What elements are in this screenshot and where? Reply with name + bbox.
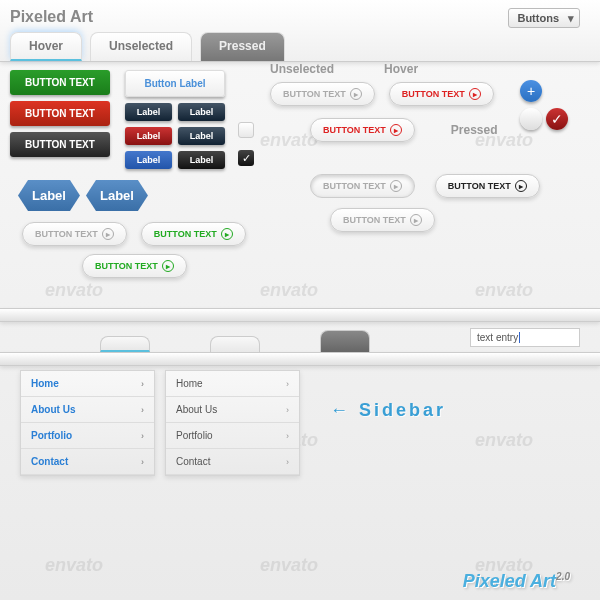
arrow-icon: ▸ — [390, 180, 402, 192]
hex-button[interactable]: Label — [18, 180, 80, 211]
sidebar-item-contact[interactable]: Contact› — [166, 449, 299, 475]
bottom-tab[interactable] — [210, 336, 260, 352]
button-red[interactable]: BUTTON TEXT — [10, 101, 110, 126]
chevron-icon: › — [286, 457, 289, 467]
arrow-icon: ▸ — [221, 228, 233, 240]
sidebar-item-portfolio[interactable]: Portfolio› — [21, 423, 154, 449]
tab-pressed[interactable]: Pressed — [200, 32, 285, 61]
divider — [0, 308, 600, 322]
circle-button-white[interactable] — [520, 108, 542, 130]
arrow-icon: ▸ — [162, 260, 174, 272]
watermark: envato — [475, 280, 533, 301]
pill-button-red[interactable]: BUTTON TEXT▸ — [310, 118, 415, 142]
column-label-pressed: Pressed — [451, 123, 498, 137]
pill-button-gray[interactable]: BUTTON TEXT▸ — [270, 82, 375, 106]
sidebar-item-home[interactable]: Home› — [166, 371, 299, 397]
pill-button-green[interactable]: BUTTON TEXT▸ — [141, 222, 246, 246]
tab-hover[interactable]: Hover — [10, 32, 82, 61]
pill-button-gray[interactable]: BUTTON TEXT▸ — [330, 208, 435, 232]
button-small-navy[interactable]: Label — [125, 103, 172, 121]
button-small-navy[interactable]: Label — [178, 127, 225, 145]
pill-button-gray[interactable]: BUTTON TEXT▸ — [22, 222, 127, 246]
sidebar-item-about[interactable]: About Us› — [21, 397, 154, 423]
button-small-blue[interactable]: Label — [125, 151, 172, 169]
arrow-icon: ▸ — [469, 88, 481, 100]
sidebar-item-portfolio[interactable]: Portfolio› — [166, 423, 299, 449]
chevron-icon: › — [286, 379, 289, 389]
circle-button-plus[interactable]: + — [520, 80, 542, 102]
pill-button-red[interactable]: BUTTON TEXT▸ — [389, 82, 494, 106]
sidebar-item-about[interactable]: About Us› — [166, 397, 299, 423]
sidebar-blue: Home› About Us› Portfolio› Contact› — [20, 370, 155, 476]
button-small-navy[interactable]: Label — [178, 103, 225, 121]
watermark: envato — [45, 555, 103, 576]
button-small-black[interactable]: Label — [178, 151, 225, 169]
pill-button-pressed[interactable]: BUTTON TEXT▸ — [310, 174, 415, 198]
column-label-unselected: Unselected — [270, 62, 334, 76]
column-label-hover: Hover — [384, 62, 418, 76]
bottom-tab-active[interactable] — [320, 330, 370, 352]
chevron-icon: › — [286, 405, 289, 415]
arrow-icon: ▸ — [102, 228, 114, 240]
circle-button-check[interactable]: ✓ — [546, 108, 568, 130]
arrow-icon: ▸ — [390, 124, 402, 136]
checkbox-checked[interactable]: ✓ — [238, 150, 254, 166]
arrow-icon: ▸ — [350, 88, 362, 100]
button-white[interactable]: Button Label — [125, 70, 225, 97]
watermark: envato — [260, 280, 318, 301]
main-content: BUTTON TEXT BUTTON TEXT BUTTON TEXT Butt… — [0, 62, 600, 82]
checkbox-unchecked[interactable] — [238, 122, 254, 138]
sidebar-item-contact[interactable]: Contact› — [21, 449, 154, 475]
page-title: Pixeled Art — [10, 8, 590, 26]
logo: Pixeled Art2.0 — [463, 571, 570, 592]
pill-button-dark[interactable]: BUTTON TEXT▸ — [435, 174, 540, 198]
chevron-icon: › — [141, 431, 144, 441]
sidebar-item-home[interactable]: Home› — [21, 371, 154, 397]
chevron-icon: › — [141, 379, 144, 389]
category-dropdown[interactable]: Buttons — [508, 8, 580, 28]
button-green[interactable]: BUTTON TEXT — [10, 70, 110, 95]
hex-button[interactable]: Label — [86, 180, 148, 211]
tab-unselected[interactable]: Unselected — [90, 32, 192, 61]
state-tabs: Hover Unselected Pressed — [10, 32, 590, 61]
bottom-tab[interactable] — [100, 336, 150, 352]
header: Pixeled Art Buttons Hover Unselected Pre… — [0, 0, 600, 62]
watermark: envato — [475, 430, 533, 451]
chevron-icon: › — [141, 405, 144, 415]
chevron-icon: › — [141, 457, 144, 467]
chevron-icon: › — [286, 431, 289, 441]
watermark: envato — [260, 555, 318, 576]
button-dark[interactable]: BUTTON TEXT — [10, 132, 110, 157]
text-input[interactable]: text entry — [470, 328, 580, 347]
sidebar-heading: ← Sidebar — [330, 400, 446, 476]
button-small-red[interactable]: Label — [125, 127, 172, 145]
arrow-icon: ▸ — [515, 180, 527, 192]
pill-button-green[interactable]: BUTTON TEXT▸ — [82, 254, 187, 278]
sidebar-gray: Home› About Us› Portfolio› Contact› — [165, 370, 300, 476]
arrow-icon: ▸ — [410, 214, 422, 226]
